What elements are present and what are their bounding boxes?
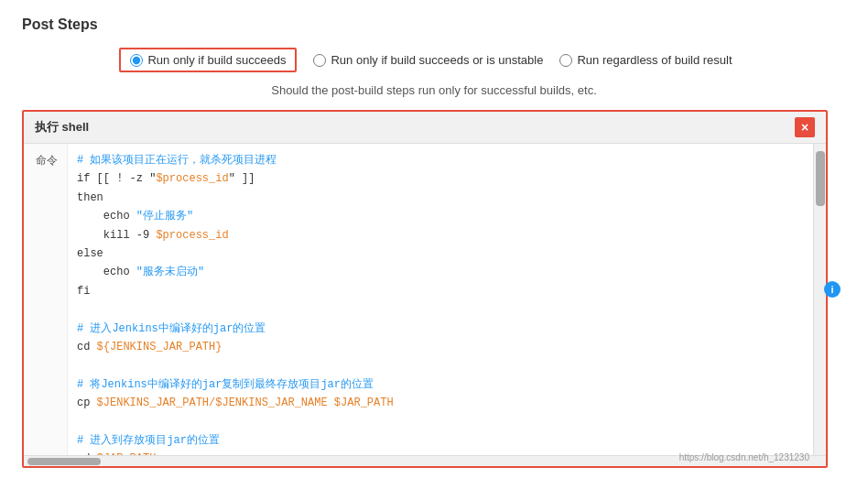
- code-line: cp $JENKINS_JAR_PATH/$JENKINS_JAR_NAME $…: [77, 394, 804, 412]
- radio-option-1[interactable]: Run only if build succeeds: [119, 48, 297, 72]
- code-line: [77, 412, 804, 430]
- shell-close-button[interactable]: ×: [795, 117, 815, 137]
- code-line: # 进入Jenkins中编译好的jar的位置: [77, 320, 804, 338]
- section-title: Post Steps: [22, 16, 846, 33]
- description-text: Should the post-build steps run only for…: [22, 83, 846, 97]
- radio-group: Run only if build succeeds Run only if b…: [22, 48, 846, 72]
- cmd-label: 命令: [24, 144, 68, 455]
- code-line: if [[ ! -z "$process_id" ]]: [77, 169, 804, 188]
- code-line: fi: [77, 282, 804, 300]
- code-line: cd ${JENKINS_JAR_PATH}: [77, 338, 804, 356]
- code-line: # 进入到存放项目jar的位置: [77, 431, 804, 450]
- radio-input-3[interactable]: [559, 54, 572, 67]
- info-icon[interactable]: i: [824, 281, 841, 298]
- code-line: [77, 300, 804, 319]
- scrollbar-thumb[interactable]: [816, 151, 825, 206]
- shell-body: 命令 # 如果该项目正在运行，就杀死项目进程 if [[ ! -z "$proc…: [24, 144, 826, 455]
- watermark: https://blog.csdn.net/h_1231230: [679, 452, 809, 462]
- code-line: # 如果该项目正在运行，就杀死项目进程: [77, 151, 804, 169]
- shell-header-title: 执行 shell: [35, 119, 89, 136]
- code-line: # 将Jenkins中编译好的jar复制到最终存放项目jar的位置: [77, 375, 804, 394]
- code-line: then: [77, 189, 804, 207]
- code-line: echo "服务未启动": [77, 263, 804, 281]
- shell-header: 执行 shell ×: [24, 112, 826, 144]
- scrollbar[interactable]: [813, 144, 826, 455]
- bottom-scrollbar-thumb[interactable]: [27, 458, 101, 465]
- radio-input-1[interactable]: [130, 54, 143, 67]
- radio-option-2[interactable]: Run only if build succeeds or is unstabl…: [313, 53, 543, 67]
- shell-block: 执行 shell × 命令 # 如果该项目正在运行，就杀死项目进程 if [[ …: [22, 110, 828, 468]
- radio-label-1: Run only if build succeeds: [147, 53, 286, 67]
- radio-label-2: Run only if build succeeds or is unstabl…: [331, 53, 543, 67]
- code-line: kill -9 $process_id: [77, 226, 804, 244]
- code-line: echo "停止服务": [77, 207, 804, 225]
- code-line: else: [77, 244, 804, 263]
- radio-option-3[interactable]: Run regardless of build result: [559, 53, 732, 67]
- code-area[interactable]: # 如果该项目正在运行，就杀死项目进程 if [[ ! -z "$process…: [68, 144, 813, 455]
- radio-input-2[interactable]: [313, 54, 326, 67]
- radio-label-3: Run regardless of build result: [577, 53, 732, 67]
- page-container: Post Steps Run only if build succeeds Ru…: [0, 0, 868, 489]
- code-line: [77, 356, 804, 375]
